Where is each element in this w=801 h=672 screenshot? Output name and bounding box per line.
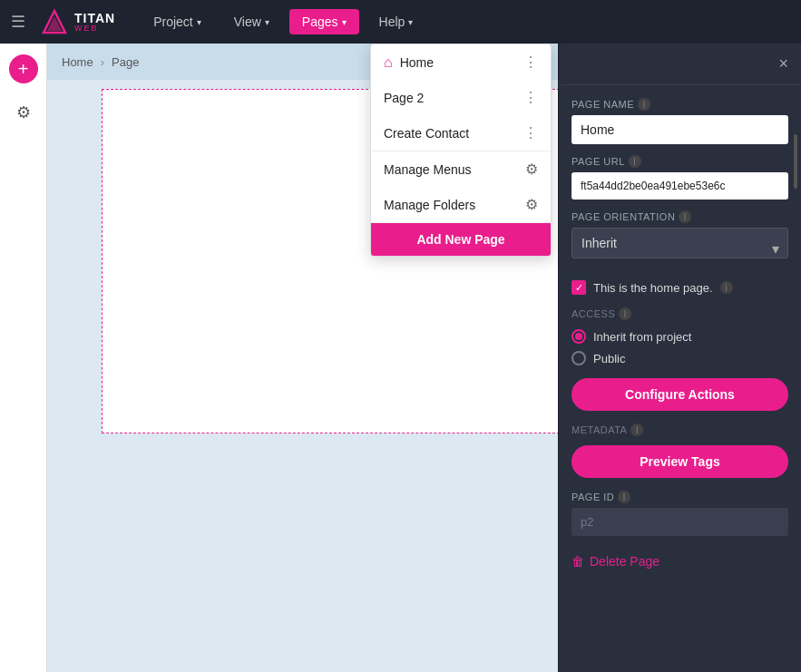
chevron-down-icon: ▾ <box>197 17 201 27</box>
preview-tags-button[interactable]: Preview Tags <box>571 445 788 478</box>
home-icon: ⌂ <box>384 54 393 71</box>
radio-inherit[interactable]: Inherit from project <box>571 329 788 344</box>
logo-text: TITAN WEB <box>74 12 115 33</box>
plus-icon: + <box>18 59 29 80</box>
chevron-down-icon: ▾ <box>342 17 347 27</box>
chevron-down-icon: ▾ <box>408 17 413 27</box>
is-home-label: This is the home page. <box>593 281 713 295</box>
dropdown-manage-menus-label: Manage Menus <box>384 162 472 177</box>
radio-inherit-button[interactable] <box>571 329 586 344</box>
breadcrumb-page[interactable]: Page <box>112 55 139 69</box>
nav-pages[interactable]: Pages ▾ <box>289 9 359 34</box>
dropdown-item-add-new-page[interactable]: Add New Page <box>371 223 551 256</box>
page-id-label: Page ID i <box>571 491 788 503</box>
pages-dropdown-menu: ⌂ Home ⋮ Page 2 ⋮ Create Contact ⋮ Manag… <box>370 44 552 257</box>
add-element-button[interactable]: + <box>9 54 38 83</box>
logo-icon <box>40 7 69 36</box>
chevron-down-icon: ▾ <box>265 17 269 27</box>
breadcrumb-home[interactable]: Home <box>62 55 93 69</box>
trash-icon: 🗑 <box>571 554 584 569</box>
nav-project-label: Project <box>153 15 193 29</box>
access-section-label: ACCESS i <box>571 307 788 320</box>
page-url-input[interactable] <box>571 172 788 200</box>
page-name-info-icon[interactable]: i <box>638 98 650 111</box>
dropdown-page2-dots[interactable]: ⋮ <box>523 89 538 106</box>
panel-header: × <box>559 44 801 85</box>
delete-page-label[interactable]: Delete Page <box>590 554 659 569</box>
page-name-label: Page Name i <box>571 98 788 111</box>
radio-public-button[interactable] <box>571 351 586 365</box>
dropdown-item-home-left: ⌂ Home <box>384 54 434 71</box>
radio-public[interactable]: Public <box>571 351 788 365</box>
dropdown-item-create-contact-left: Create Contact <box>384 126 469 141</box>
page-orientation-label: Page Orientation i <box>571 210 788 223</box>
nav-project[interactable]: Project ▾ <box>141 9 214 34</box>
dropdown-create-contact-dots[interactable]: ⋮ <box>523 124 538 141</box>
manage-folders-gear-icon: ⚙ <box>525 196 538 213</box>
dropdown-item-create-contact[interactable]: Create Contact ⋮ <box>371 115 551 151</box>
settings-button[interactable]: ⚙ <box>9 98 38 127</box>
logo-web: WEB <box>74 24 115 33</box>
hamburger-icon[interactable]: ☰ <box>11 12 25 32</box>
page-url-label: Page URL i <box>571 155 788 168</box>
dropdown-item-manage-menus-left: Manage Menus <box>384 162 472 177</box>
page-url-info-icon[interactable]: i <box>629 155 641 168</box>
dropdown-item-page2-left: Page 2 <box>384 91 424 105</box>
is-home-row[interactable]: ✓ This is the home page. i <box>571 280 788 295</box>
metadata-info-icon[interactable]: i <box>630 424 643 436</box>
gear-icon: ⚙ <box>16 102 31 122</box>
logo-titan: TITAN <box>74 12 115 24</box>
dropdown-item-manage-menus[interactable]: Manage Menus ⚙ <box>371 151 551 187</box>
dropdown-item-manage-folders-left: Manage Folders <box>384 198 475 212</box>
dropdown-manage-folders-label: Manage Folders <box>384 198 475 212</box>
panel-scrollbar[interactable] <box>794 134 797 189</box>
nav-view[interactable]: View ▾ <box>221 9 282 34</box>
breadcrumb-separator: › <box>101 55 104 69</box>
configure-actions-button[interactable]: Configure Actions <box>571 378 788 411</box>
dropdown-item-home[interactable]: ⌂ Home ⋮ <box>371 44 551 80</box>
dropdown-add-new-page-label: Add New Page <box>416 232 504 247</box>
nav-pages-label: Pages <box>302 15 338 29</box>
is-home-info-icon[interactable]: i <box>720 281 733 294</box>
radio-public-label: Public <box>593 352 625 365</box>
dropdown-home-dots[interactable]: ⋮ <box>523 54 538 71</box>
dropdown-create-contact-label: Create Contact <box>384 126 469 141</box>
logo: TITAN WEB <box>40 7 115 36</box>
access-radio-group: Inherit from project Public <box>571 329 788 365</box>
page-orientation-select[interactable]: Inherit Portrait Landscape <box>571 228 788 258</box>
svg-marker-1 <box>47 16 62 31</box>
close-button[interactable]: × <box>778 54 788 73</box>
page-name-input[interactable] <box>571 115 788 144</box>
nav-help[interactable]: Help ▾ <box>366 9 426 34</box>
page-orientation-wrapper: Inherit Portrait Landscape <box>571 228 788 269</box>
dropdown-home-label: Home <box>400 55 434 70</box>
nav-view-label: View <box>234 15 261 29</box>
page-id-input <box>571 508 788 536</box>
page-properties-panel: × Page Name i Page URL i Page Orientatio… <box>558 44 801 672</box>
dropdown-item-page2[interactable]: Page 2 ⋮ <box>371 80 551 115</box>
access-info-icon[interactable]: i <box>619 307 631 320</box>
page-orientation-info-icon[interactable]: i <box>679 210 691 223</box>
delete-page-row[interactable]: 🗑 Delete Page <box>571 547 788 576</box>
radio-inherit-selected <box>575 333 582 340</box>
page-id-info-icon[interactable]: i <box>618 491 630 503</box>
radio-inherit-label: Inherit from project <box>593 330 691 344</box>
metadata-section-label: METADATA i <box>571 424 788 436</box>
dropdown-item-manage-folders[interactable]: Manage Folders ⚙ <box>371 187 551 222</box>
panel-body: Page Name i Page URL i Page Orientation … <box>559 85 801 589</box>
sidebar: + ⚙ <box>0 44 47 672</box>
manage-menus-gear-icon: ⚙ <box>525 161 538 178</box>
nav-help-label: Help <box>379 15 405 29</box>
is-home-checkbox[interactable]: ✓ <box>571 280 586 295</box>
topnav: ☰ TITAN WEB Project ▾ View ▾ Pages ▾ Hel… <box>0 0 801 44</box>
check-icon: ✓ <box>575 282 583 294</box>
dropdown-page2-label: Page 2 <box>384 91 424 105</box>
